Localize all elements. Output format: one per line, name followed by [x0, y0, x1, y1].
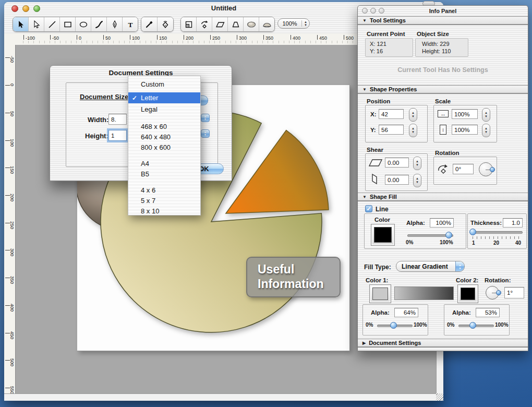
- line-checkbox[interactable]: ✓: [365, 205, 372, 212]
- direct-select-tool-button[interactable]: [29, 17, 44, 31]
- scale-h-stepper[interactable]: ▲▼: [482, 108, 490, 122]
- rotation-field[interactable]: 0°: [453, 164, 474, 174]
- alpha1-field[interactable]: 64%: [394, 308, 418, 317]
- scale-tool-button[interactable]: [181, 17, 197, 31]
- width-field[interactable]: 8.: [108, 114, 127, 125]
- scale-v-stepper[interactable]: ▲▼: [482, 124, 490, 137]
- dial-knob[interactable]: [496, 290, 501, 295]
- vertical-ruler: -50 0 50 100 150 200 250 300 350 400 450…: [4, 45, 16, 393]
- alpha2-label: Alpha:: [452, 309, 471, 316]
- position-x-stepper[interactable]: ▲▼: [409, 108, 417, 122]
- menu-item-b5[interactable]: B5: [128, 169, 200, 179]
- menu-item-5x7[interactable]: 5 x 7: [128, 195, 200, 206]
- fill-rotation-field[interactable]: 1°: [504, 287, 524, 298]
- position-x-field[interactable]: 42: [379, 109, 404, 119]
- eyedropper-tool-button[interactable]: [141, 17, 158, 31]
- zoom-stepper-icon[interactable]: ▲▼: [301, 20, 309, 27]
- alpha2-field[interactable]: 53%: [476, 308, 500, 317]
- line-tool-button[interactable]: [44, 17, 60, 31]
- vector-pen-tool-button[interactable]: [158, 17, 173, 31]
- fill-type-label: Fill Type:: [364, 264, 391, 271]
- ellipse-tool-button[interactable]: [76, 17, 91, 31]
- fill-type-popup[interactable]: Linear Gradient ▲▼: [396, 261, 465, 272]
- shear-h-stepper[interactable]: ▲▼: [413, 157, 421, 170]
- rectangle-tool-button[interactable]: [60, 17, 76, 31]
- fill-rotation-dial[interactable]: [486, 286, 499, 300]
- section-header-shape-properties[interactable]: ▼ Shape Properties: [358, 85, 528, 94]
- alpha1-slider-knob[interactable]: [390, 322, 397, 329]
- shear-v-field[interactable]: 0.00: [385, 175, 409, 185]
- scale-h-field[interactable]: 100%: [452, 109, 478, 119]
- rotate-tool-button[interactable]: [197, 17, 212, 31]
- resize-grip[interactable]: [436, 393, 443, 401]
- gradient-preview-bar[interactable]: [394, 286, 454, 300]
- color1-swatch[interactable]: [369, 284, 391, 303]
- info-panel-titlebar[interactable]: Info Panel: [358, 6, 528, 17]
- rotation-dial[interactable]: [479, 162, 493, 176]
- zoom-value: 100%: [278, 20, 301, 27]
- menu-item-custom[interactable]: Custom: [128, 79, 200, 89]
- menu-item-640x480[interactable]: 640 x 480: [128, 131, 200, 142]
- menu-item-468x60[interactable]: 468 x 60: [128, 121, 200, 131]
- menu-item-4x6[interactable]: 4 x 6: [128, 185, 200, 195]
- shear-tool-button[interactable]: [212, 17, 228, 31]
- menu-item-letter[interactable]: ✓ Letter: [128, 92, 200, 103]
- dial-knob[interactable]: [490, 167, 495, 172]
- section-header-tool-settings[interactable]: ▼ Tool Settings: [358, 16, 528, 25]
- alpha1-label: Alpha:: [371, 309, 390, 316]
- text-tool-button[interactable]: T: [123, 17, 138, 31]
- fill-type-value: Linear Gradient: [396, 263, 455, 270]
- shear-h-value: 0.00: [388, 160, 399, 166]
- height-field[interactable]: 1: [108, 130, 127, 141]
- line-alpha-slider-knob[interactable]: [445, 232, 452, 238]
- brush-tool-button[interactable]: [91, 17, 107, 31]
- height-stepper[interactable]: ▲▼: [201, 129, 210, 138]
- color2-swatch[interactable]: [457, 284, 478, 303]
- current-point-y: Y: 16: [370, 47, 413, 55]
- disclosure-triangle-icon: ▼: [362, 195, 367, 199]
- menu-item-800x600[interactable]: 800 x 600: [128, 142, 200, 152]
- shear-v-stepper[interactable]: ▲▼: [413, 174, 421, 187]
- position-y-field[interactable]: 56: [379, 125, 404, 135]
- scale-v-field[interactable]: 100%: [452, 125, 478, 135]
- ruler-label: 250: [9, 221, 15, 234]
- scale-v-value: 100%: [454, 127, 469, 133]
- zoom-control[interactable]: 100% ▲▼: [277, 18, 310, 29]
- svg-text:T: T: [128, 20, 132, 28]
- dome-tool-button[interactable]: [259, 17, 274, 31]
- alpha2-slider-knob[interactable]: [469, 322, 476, 329]
- alpha1-max-label: 100%: [414, 322, 427, 328]
- menu-item-label: 800 x 600: [141, 143, 171, 151]
- section-header-document-settings[interactable]: ▶ Document Settings: [358, 339, 528, 348]
- position-y-stepper[interactable]: ▲▼: [409, 124, 417, 137]
- tool-group-draw: T: [13, 17, 138, 32]
- menu-item-label: B5: [141, 170, 149, 178]
- alpha2-slider[interactable]: [458, 325, 494, 327]
- pen-nib-icon: [110, 20, 119, 29]
- menu-item-legal[interactable]: Legal: [128, 104, 200, 114]
- thickness-slider-knob[interactable]: [469, 229, 476, 235]
- select-tool-button[interactable]: [13, 17, 29, 31]
- alpha2-max-label: 100%: [495, 322, 509, 328]
- section-header-shape-fill[interactable]: ▼ Shape Fill: [358, 193, 528, 201]
- thickness-tick-40: 40: [515, 240, 521, 246]
- width-stepper[interactable]: ▲▼: [201, 114, 210, 122]
- menu-item-a4[interactable]: A4: [128, 158, 200, 169]
- pen-tool-button[interactable]: [107, 17, 123, 31]
- shear-h-field[interactable]: 0.00: [385, 158, 409, 167]
- tool-group-transform: [180, 17, 275, 32]
- line-color-swatch[interactable]: [371, 224, 395, 246]
- thickness-slider[interactable]: [471, 231, 523, 234]
- line-color-swatch-fill: [374, 227, 392, 243]
- position-y-value: 56: [381, 127, 388, 133]
- thickness-field[interactable]: 1.0: [503, 218, 523, 228]
- info-label-box[interactable]: Useful Information: [246, 257, 341, 297]
- filled-ellipse-tool-button[interactable]: [244, 17, 259, 31]
- perspective-tool-button[interactable]: [228, 17, 244, 31]
- horizontal-scrollbar[interactable]: [4, 393, 436, 401]
- menu-item-8x10[interactable]: 8 x 10: [128, 206, 200, 216]
- ruler-label: -50: [52, 35, 59, 41]
- thickness-value: 1.0: [512, 220, 520, 226]
- position-x-label: X:: [370, 111, 377, 117]
- line-alpha-field[interactable]: 100%: [430, 218, 454, 228]
